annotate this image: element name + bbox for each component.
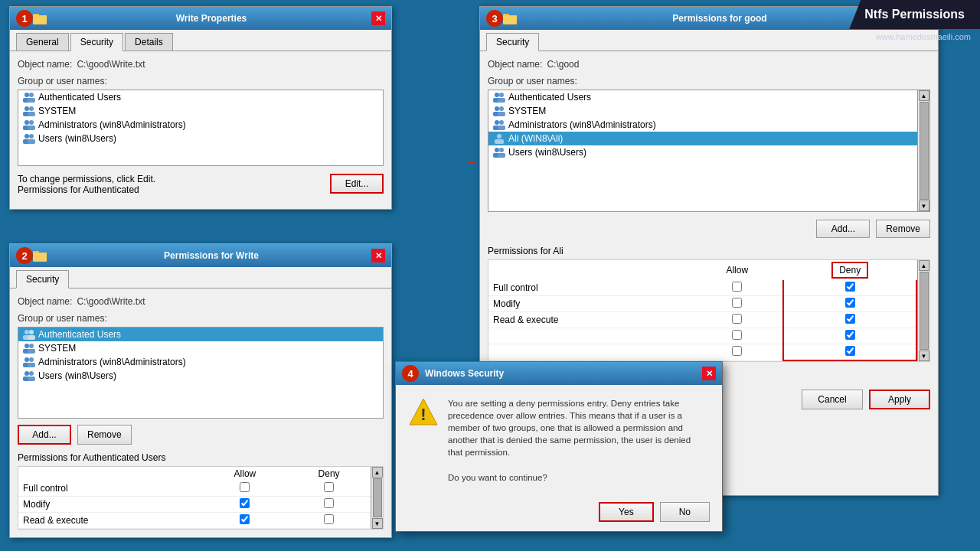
remove-button-2[interactable]: Remove bbox=[77, 425, 132, 445]
tab-security[interactable]: Security bbox=[70, 33, 123, 51]
user-item[interactable]: Administrators (win8\Administrators) bbox=[18, 355, 383, 369]
user-item-ali[interactable]: Ali (WIN8\Ali) bbox=[488, 132, 917, 145]
no-button[interactable]: No bbox=[660, 502, 710, 522]
allow-checkbox[interactable] bbox=[732, 298, 742, 308]
user-name: Administrators (win8\Administrators) bbox=[508, 119, 656, 130]
scroll-down[interactable]: ▼ bbox=[372, 518, 383, 529]
deny-checkbox[interactable] bbox=[845, 346, 855, 356]
deny-checkbox[interactable] bbox=[845, 282, 855, 292]
scroll-up-perm[interactable]: ▲ bbox=[919, 260, 929, 271]
svg-point-41 bbox=[495, 93, 499, 97]
deny-check[interactable] bbox=[287, 513, 371, 529]
user-item[interactable]: Users (win8\Users) bbox=[488, 145, 917, 159]
user-item-selected[interactable]: Authenticated Users bbox=[18, 328, 383, 341]
write-properties-titlebar: 1 Write Properties ✕ bbox=[10, 7, 391, 30]
user-item[interactable]: Users (win8\Users) bbox=[18, 132, 383, 145]
scroll-down-3[interactable]: ▼ bbox=[919, 201, 929, 211]
dialog-titlebar: 4 Windows Security ✕ bbox=[396, 362, 722, 385]
svg-point-11 bbox=[24, 120, 29, 125]
write-properties-window: 1 Write Properties ✕ General Security De… bbox=[9, 6, 392, 210]
perm-scrollbar-3[interactable]: ▲ ▼ bbox=[917, 260, 929, 361]
scroll-thumb[interactable] bbox=[373, 478, 382, 517]
deny-checkbox[interactable] bbox=[845, 330, 855, 340]
deny-checkbox[interactable] bbox=[324, 498, 334, 508]
add-button-2[interactable]: Add... bbox=[18, 425, 71, 445]
scrollbar[interactable]: ▲ ▼ bbox=[371, 467, 383, 529]
svg-rect-54 bbox=[495, 139, 504, 144]
object-name-label-3: Object name: bbox=[488, 59, 542, 70]
yes-button[interactable]: Yes bbox=[599, 502, 654, 522]
user-item[interactable]: Users (win8\Users) bbox=[18, 369, 383, 383]
user-item[interactable]: SYSTEM bbox=[18, 104, 383, 118]
allow-check[interactable] bbox=[203, 497, 287, 513]
scroll-thumb-3[interactable] bbox=[920, 102, 929, 200]
permissions-write-close[interactable]: ✕ bbox=[371, 249, 385, 262]
allow-check[interactable] bbox=[691, 328, 783, 344]
svg-point-30 bbox=[24, 357, 29, 362]
deny-checkbox[interactable] bbox=[324, 482, 334, 492]
allow-check[interactable] bbox=[691, 344, 783, 361]
scroll-up-3[interactable]: ▲ bbox=[919, 90, 929, 101]
edit-button[interactable]: Edit... bbox=[330, 174, 384, 194]
table-row: Read & execute bbox=[18, 513, 371, 529]
user-item[interactable]: Administrators (win8\Administrators) bbox=[488, 118, 917, 132]
svg-point-24 bbox=[29, 330, 34, 334]
allow-check[interactable] bbox=[203, 481, 287, 497]
group-label-3: Group or user names: bbox=[488, 76, 930, 86]
apply-button-3[interactable]: Apply bbox=[869, 390, 930, 409]
user-item[interactable]: Administrators (win8\Administrators) bbox=[18, 118, 383, 132]
remove-button-3[interactable]: Remove bbox=[876, 220, 930, 238]
allow-checkbox[interactable] bbox=[732, 330, 742, 340]
scroll-thumb-perm[interactable] bbox=[920, 272, 929, 350]
scroll-up[interactable]: ▲ bbox=[372, 467, 383, 478]
deny-check[interactable] bbox=[783, 328, 916, 344]
allow-check[interactable] bbox=[691, 296, 783, 312]
allow-checkbox[interactable] bbox=[732, 314, 742, 324]
perm-name: Modify bbox=[488, 296, 691, 312]
allow-checkbox[interactable] bbox=[240, 514, 250, 524]
allow-checkbox[interactable] bbox=[240, 482, 250, 492]
permissions-write-title: Permissions for Write bbox=[51, 250, 371, 261]
user-item[interactable]: SYSTEM bbox=[18, 341, 383, 355]
tab-security-3[interactable]: Security bbox=[486, 33, 539, 51]
user-name-ali: Ali (WIN8\Ali) bbox=[508, 133, 563, 144]
deny-check[interactable] bbox=[783, 344, 916, 361]
scroll-down-perm[interactable]: ▼ bbox=[919, 350, 929, 361]
svg-point-51 bbox=[499, 120, 504, 125]
user-item[interactable]: Authenticated Users bbox=[18, 90, 383, 104]
allow-check[interactable] bbox=[203, 513, 287, 529]
svg-rect-6 bbox=[28, 98, 35, 103]
deny-checkbox[interactable] bbox=[324, 514, 334, 524]
user-scrollbar-3[interactable]: ▲ ▼ bbox=[917, 90, 929, 211]
deny-check[interactable] bbox=[783, 312, 916, 328]
allow-checkbox[interactable] bbox=[732, 282, 742, 292]
tab-security-2[interactable]: Security bbox=[16, 270, 69, 289]
object-name-value-2: C:\good\Write.txt bbox=[77, 296, 145, 307]
user-item[interactable]: SYSTEM bbox=[488, 104, 917, 118]
svg-point-36 bbox=[29, 371, 34, 376]
user-item[interactable]: Authenticated Users bbox=[488, 90, 917, 104]
object-name-row-3: Object name: C:\good bbox=[488, 59, 930, 70]
allow-check[interactable] bbox=[691, 280, 783, 296]
svg-point-9 bbox=[29, 106, 34, 111]
tab-details[interactable]: Details bbox=[125, 33, 173, 51]
svg-point-53 bbox=[497, 134, 501, 139]
allow-checkbox[interactable] bbox=[732, 346, 742, 356]
allow-checkbox[interactable] bbox=[240, 498, 250, 508]
deny-check[interactable] bbox=[287, 481, 371, 497]
deny-check[interactable] bbox=[783, 296, 916, 312]
dialog-close[interactable]: ✕ bbox=[702, 367, 716, 380]
windows-security-dialog: 4 Windows Security ✕ ! You are setting a… bbox=[395, 361, 723, 532]
tab-general[interactable]: General bbox=[16, 33, 69, 51]
perm-name bbox=[488, 328, 691, 344]
allow-check[interactable] bbox=[691, 312, 783, 328]
deny-check[interactable] bbox=[287, 497, 371, 513]
cancel-button-3[interactable]: Cancel bbox=[802, 390, 863, 409]
deny-check[interactable] bbox=[783, 280, 916, 296]
deny-checkbox[interactable] bbox=[845, 314, 855, 324]
add-button-3[interactable]: Add... bbox=[816, 220, 870, 238]
perm-name: Full control bbox=[488, 280, 691, 296]
write-properties-close[interactable]: ✕ bbox=[371, 11, 385, 25]
svg-point-7 bbox=[24, 106, 29, 111]
deny-checkbox[interactable] bbox=[845, 298, 855, 308]
